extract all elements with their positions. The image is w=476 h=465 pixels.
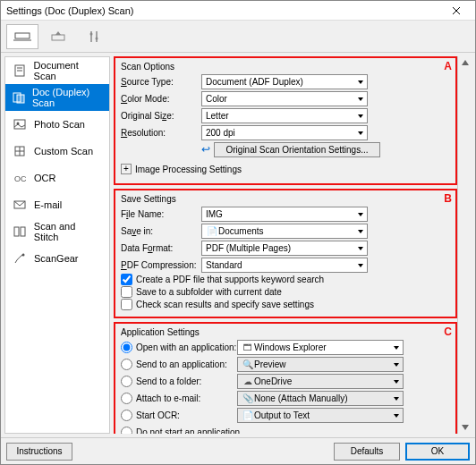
file-name-label: File Name: xyxy=(121,209,201,219)
sidebar-item-photo-scan[interactable]: Photo Scan xyxy=(5,111,109,138)
ocr-icon: OCR xyxy=(13,171,27,185)
send-to-app-radio[interactable]: Send to an application: xyxy=(121,359,237,370)
sidebar-item-label: OCR xyxy=(34,173,55,183)
group-letter-c: C xyxy=(444,326,452,338)
ok-button[interactable]: OK xyxy=(405,443,470,461)
sidebar-item-email[interactable]: E-mail xyxy=(5,191,109,218)
svg-rect-22 xyxy=(21,227,25,236)
send-to-folder-radio[interactable]: Send to a folder: xyxy=(121,376,237,387)
sidebar-item-label: Custom Scan xyxy=(34,146,93,156)
svg-rect-14 xyxy=(14,120,25,129)
attach-icon: 📎 xyxy=(242,393,254,403)
open-with-app-radio[interactable]: Open with an application: xyxy=(121,342,237,353)
scan-options-title: Scan Options xyxy=(121,62,450,72)
preview-icon: 🔍 xyxy=(242,359,254,369)
sidebar-item-label: Document Scan xyxy=(34,60,102,81)
svg-point-7 xyxy=(90,32,93,35)
resolution-label: Resolution: xyxy=(121,128,201,138)
settings-window: Settings (Doc (Duplex) Scan) Document Sc… xyxy=(0,0,476,465)
resolution-select[interactable]: 200 dpi xyxy=(201,125,368,140)
group-letter-b: B xyxy=(444,192,452,205)
app-settings-title: Application Settings xyxy=(121,327,450,337)
subfolder-date-checkbox[interactable]: Save to a subfolder with current date xyxy=(121,286,450,298)
svg-text:OCR: OCR xyxy=(14,174,26,183)
check-scan-results-checkbox[interactable]: Check scan results and specify save sett… xyxy=(121,299,450,310)
svg-point-8 xyxy=(96,37,98,39)
pdf-compression-label: PDF Compression: xyxy=(121,260,201,270)
scangear-icon xyxy=(13,251,27,266)
source-type-label: Source Type: xyxy=(121,77,201,87)
keyword-search-checkbox[interactable]: Create a PDF file that supports keyword … xyxy=(121,274,450,285)
sidebar: Document Scan Doc (Duplex) Scan Photo Sc… xyxy=(4,56,110,434)
stitch-icon xyxy=(13,224,27,239)
main-panel: A Scan Options Source Type: Document (AD… xyxy=(114,56,457,434)
sidebar-item-ocr[interactable]: OCR OCR xyxy=(5,165,109,191)
sidebar-item-document-scan[interactable]: Document Scan xyxy=(5,57,109,84)
color-mode-select[interactable]: Color xyxy=(201,91,368,106)
save-settings-group: B Save Settings File Name: IMG Save in: … xyxy=(114,189,457,318)
instructions-button[interactable]: Instructions xyxy=(6,443,72,461)
top-icon-tabs xyxy=(1,21,475,53)
sidebar-item-duplex-scan[interactable]: Doc (Duplex) Scan xyxy=(5,84,109,111)
svg-rect-4 xyxy=(52,35,64,40)
image-processing-label: Image Processing Settings xyxy=(135,165,242,174)
send-to-app-select[interactable]: 🔍Preview xyxy=(237,357,404,372)
defaults-button[interactable]: Defaults xyxy=(334,443,400,461)
custom-icon xyxy=(13,144,27,158)
no-start-radio[interactable]: Do not start an application xyxy=(121,427,300,435)
titlebar: Settings (Doc (Duplex) Scan) xyxy=(1,1,475,21)
file-name-input[interactable]: IMG xyxy=(201,207,368,222)
email-icon xyxy=(13,198,27,212)
text-icon: 📄 xyxy=(242,410,254,420)
svg-rect-21 xyxy=(14,227,19,236)
scroll-down-icon[interactable] xyxy=(458,421,472,434)
color-mode-label: Color Mode: xyxy=(121,94,201,104)
orientation-settings-button[interactable]: Original Scan Orientation Settings... xyxy=(214,142,380,157)
scanner-tab-icon[interactable] xyxy=(6,24,38,49)
duplex-icon xyxy=(13,90,25,105)
start-ocr-select[interactable]: 📄Output to Text xyxy=(237,408,404,423)
sidebar-item-custom-scan[interactable]: Custom Scan xyxy=(5,138,109,165)
save-in-label: Save in: xyxy=(121,226,201,236)
tools-tab-icon[interactable] xyxy=(78,24,110,49)
sidebar-item-label: ScanGear xyxy=(34,253,79,264)
scroll-up-icon[interactable] xyxy=(458,56,472,69)
scan-options-group: A Scan Options Source Type: Document (AD… xyxy=(114,56,457,185)
window-title: Settings (Doc (Duplex) Scan) xyxy=(6,5,443,16)
open-with-select[interactable]: 🗔Windows Explorer xyxy=(237,340,404,355)
svg-rect-2 xyxy=(15,33,30,38)
svg-rect-13 xyxy=(17,95,24,103)
sidebar-item-label: Scan and Stitch xyxy=(34,221,102,242)
original-size-select[interactable]: Letter xyxy=(201,108,368,123)
source-type-select[interactable]: Document (ADF Duplex) xyxy=(201,74,368,89)
output-tab-icon[interactable] xyxy=(42,24,74,49)
expand-image-processing[interactable]: + xyxy=(121,164,132,174)
sidebar-item-label: E-mail xyxy=(34,199,62,210)
data-format-label: Data Format: xyxy=(121,243,201,253)
onedrive-icon: ☁ xyxy=(242,376,254,386)
save-settings-title: Save Settings xyxy=(121,194,450,204)
folder-icon: 📄 xyxy=(206,226,218,236)
body: Document Scan Doc (Duplex) Scan Photo Sc… xyxy=(1,53,475,437)
start-ocr-radio[interactable]: Start OCR: xyxy=(121,410,237,421)
sidebar-item-label: Photo Scan xyxy=(34,119,85,130)
sidebar-item-label: Doc (Duplex) Scan xyxy=(32,87,102,108)
save-in-select[interactable]: 📄Documents xyxy=(201,224,368,239)
group-letter-a: A xyxy=(444,60,452,72)
close-button[interactable] xyxy=(443,3,470,19)
sidebar-item-scan-stitch[interactable]: Scan and Stitch xyxy=(5,218,109,245)
photo-icon xyxy=(13,117,27,131)
attach-email-select[interactable]: 📎None (Attach Manually) xyxy=(237,391,404,406)
data-format-select[interactable]: PDF (Multiple Pages) xyxy=(201,241,368,256)
attach-email-radio[interactable]: Attach to e-mail: xyxy=(121,393,237,404)
send-to-folder-select[interactable]: ☁OneDrive xyxy=(237,374,404,389)
explorer-icon: 🗔 xyxy=(242,342,254,352)
scrollbar[interactable] xyxy=(457,56,472,434)
app-settings-group: C Application Settings Open with an appl… xyxy=(114,322,457,434)
original-size-label: Original Size: xyxy=(121,111,201,121)
return-arrow-icon: ↩︎ xyxy=(201,143,210,156)
svg-point-23 xyxy=(22,254,25,257)
pdf-compression-select[interactable]: Standard xyxy=(201,258,368,273)
document-icon xyxy=(13,63,27,78)
sidebar-item-scangear[interactable]: ScanGear xyxy=(5,245,109,272)
